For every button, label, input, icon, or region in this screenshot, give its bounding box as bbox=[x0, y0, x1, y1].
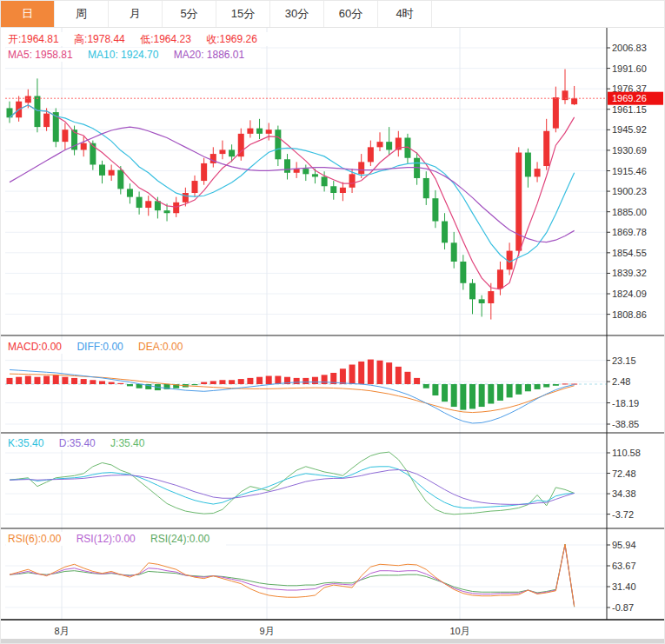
svg-text:2006.83: 2006.83 bbox=[612, 43, 647, 53]
ma10-label: MA10: 1924.70 bbox=[88, 49, 158, 61]
candlestick-layer bbox=[7, 70, 578, 320]
svg-text:1945.92: 1945.92 bbox=[612, 124, 647, 135]
month-axis: 8月9月10月 bbox=[54, 626, 469, 636]
svg-text:95.94: 95.94 bbox=[612, 540, 636, 550]
tab-4hour[interactable]: 4时 bbox=[378, 1, 432, 27]
ma5-label: MA5: 1958.81 bbox=[8, 49, 73, 61]
svg-text:34.38: 34.38 bbox=[612, 488, 636, 499]
svg-text:1969.26: 1969.26 bbox=[612, 93, 647, 103]
d-label: D:35.40 bbox=[59, 437, 96, 449]
high-value: 高:1978.44 bbox=[74, 33, 125, 45]
rsi6-label: RSI(6):0.00 bbox=[8, 533, 61, 545]
svg-text:23.15: 23.15 bbox=[612, 355, 636, 366]
tab-week[interactable]: 周 bbox=[55, 1, 109, 27]
panel-separators bbox=[1, 27, 665, 620]
trading-chart-app: 日 周 月 5分 15分 30分 60分 4时 开:1964.81 高:1978… bbox=[0, 0, 665, 644]
rsi24-label: RSI(24):0.00 bbox=[150, 533, 209, 545]
ma20-label: MA20: 1886.01 bbox=[174, 49, 244, 61]
svg-text:8月: 8月 bbox=[54, 626, 69, 636]
svg-text:2.48: 2.48 bbox=[612, 376, 630, 387]
k-label: K:35.40 bbox=[8, 437, 43, 449]
svg-text:110.58: 110.58 bbox=[612, 448, 641, 458]
macd-info: MACD:0.00 DIFF:0.00 DEA:0.00 bbox=[6, 340, 199, 354]
j-label: J:35.40 bbox=[110, 437, 144, 449]
svg-text:-0.87: -0.87 bbox=[612, 602, 634, 613]
ma-info: MA5: 1958.81 MA10: 1924.70 MA20: 1886.01 bbox=[6, 48, 261, 62]
dea-label: DEA:0.00 bbox=[138, 341, 183, 353]
macd-histogram bbox=[7, 360, 578, 410]
tab-15min[interactable]: 15分 bbox=[216, 1, 270, 27]
svg-text:-18.19: -18.19 bbox=[612, 398, 639, 408]
svg-text:-3.72: -3.72 bbox=[612, 509, 634, 520]
chart-canvas[interactable]: 2006.831991.601976.371961.151945.921930.… bbox=[1, 1, 665, 644]
svg-text:1915.46: 1915.46 bbox=[612, 166, 647, 176]
svg-text:1885.00: 1885.00 bbox=[612, 207, 647, 217]
ma10-line bbox=[10, 105, 575, 262]
open-value: 开:1964.81 bbox=[8, 33, 59, 45]
svg-text:1839.32: 1839.32 bbox=[612, 268, 647, 278]
svg-text:-38.85: -38.85 bbox=[612, 419, 639, 429]
macd-label: MACD:0.00 bbox=[8, 341, 62, 353]
gridlines bbox=[5, 27, 607, 620]
k-line bbox=[10, 467, 575, 508]
tab-60min[interactable]: 60分 bbox=[324, 1, 378, 27]
tab-day[interactable]: 日 bbox=[1, 1, 55, 27]
rsi6-line bbox=[10, 544, 575, 606]
diff-label: DIFF:0.00 bbox=[76, 341, 123, 353]
svg-text:1824.09: 1824.09 bbox=[612, 289, 647, 299]
svg-text:31.40: 31.40 bbox=[612, 581, 636, 592]
svg-text:1900.23: 1900.23 bbox=[612, 186, 647, 196]
timeframe-toolbar: 日 周 月 5分 15分 30分 60分 4时 bbox=[1, 1, 665, 28]
ma5-line bbox=[10, 105, 575, 289]
d-line bbox=[10, 470, 575, 505]
svg-text:1808.86: 1808.86 bbox=[612, 309, 647, 320]
tab-30min[interactable]: 30分 bbox=[270, 1, 324, 27]
low-value: 低:1964.23 bbox=[140, 33, 191, 45]
tab-5min[interactable]: 5分 bbox=[163, 1, 216, 27]
svg-text:1854.55: 1854.55 bbox=[612, 248, 647, 258]
tab-month[interactable]: 月 bbox=[109, 1, 163, 27]
svg-text:1930.69: 1930.69 bbox=[612, 145, 647, 156]
svg-text:9月: 9月 bbox=[259, 626, 274, 636]
kdj-info: K:35.40 D:35.40 J:35.40 bbox=[6, 436, 161, 450]
j-line bbox=[10, 452, 575, 515]
svg-text:72.48: 72.48 bbox=[612, 468, 636, 479]
svg-text:1961.15: 1961.15 bbox=[612, 104, 647, 115]
svg-text:63.67: 63.67 bbox=[612, 561, 636, 571]
svg-text:10月: 10月 bbox=[449, 626, 469, 636]
rsi-info: RSI(6):0.00 RSI(12):0.00 RSI(24):0.00 bbox=[6, 532, 226, 546]
svg-text:1869.78: 1869.78 bbox=[612, 227, 647, 237]
rsi12-label: RSI(12):0.00 bbox=[76, 533, 136, 545]
svg-text:1991.60: 1991.60 bbox=[612, 63, 647, 74]
price-axis: 2006.831991.601976.371961.151945.921930.… bbox=[607, 43, 647, 613]
ohlc-info: 开:1964.81 高:1978.44 低:1964.23 收:1969.26 bbox=[6, 32, 274, 46]
bottom-border-strip bbox=[1, 639, 665, 644]
close-value: 收:1969.26 bbox=[206, 33, 257, 45]
